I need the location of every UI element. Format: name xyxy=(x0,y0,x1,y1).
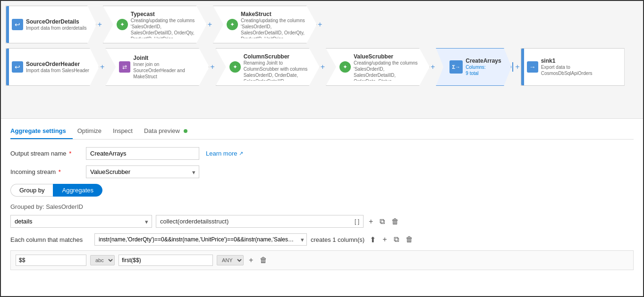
node-desc: Import data from orderdetails xyxy=(26,25,86,31)
agg-expr-text: collect(orderdetailsstruct) xyxy=(160,218,352,225)
node-columnscrubber[interactable]: ✦ ColumnScrubber Renaming JoinIt to Colu… xyxy=(216,48,320,86)
col-type-select[interactable]: abc xyxy=(90,255,115,265)
agg-delete-btn[interactable]: 🗑 xyxy=(390,216,400,227)
add-node-btn-8[interactable]: + xyxy=(515,63,519,71)
node-title: CreateArrays xyxy=(466,58,501,64)
pattern-label: Each column that matches xyxy=(10,236,91,243)
join-icon: ⇄ xyxy=(119,61,130,73)
agg-expr-field[interactable]: collect(orderdetailsstruct) [ ] xyxy=(156,215,364,228)
node-desc: Creating/updating the columns 'SalesOrde… xyxy=(354,60,420,81)
incoming-stream-label: Incoming stream * xyxy=(10,168,86,175)
node-joinit[interactable]: ⇄ JoinIt Inner join on SourceOrderHeader… xyxy=(105,48,209,86)
add-node-btn-1[interactable]: + xyxy=(97,20,102,29)
aggregate-icon: Σ→ xyxy=(449,60,463,74)
pattern-add-btn[interactable]: + xyxy=(381,234,388,245)
col-delete-btn[interactable]: 🗑 xyxy=(258,255,269,266)
settings-panel: Aggregate settings Optimize Inspect Data… xyxy=(1,119,643,297)
add-node-btn-2[interactable]: + xyxy=(208,20,212,29)
node-desc: Columns: 9 total xyxy=(466,64,501,76)
node-title: SourceOrderDetails xyxy=(26,18,86,25)
source-header-icon: ↩ xyxy=(12,61,23,73)
grouped-by-label: Grouped by: SalesOrderID xyxy=(10,203,634,210)
node-sourceorderheader[interactable]: ↩ SourceOrderHeader Import data from Sal… xyxy=(6,48,99,86)
valuescrubber-icon: ✦ xyxy=(339,61,351,73)
node-createarrays[interactable]: Σ→ CreateArrays Columns: 9 total xyxy=(436,48,511,86)
node-typecast[interactable]: ✦ Typecast Creating/updating the columns… xyxy=(103,6,207,43)
node-sourceorderdetails[interactable]: ↩ SourceOrderDetails Import data from or… xyxy=(6,6,96,43)
creates-label: creates 1 column(s) xyxy=(311,236,364,243)
aggregates-toggle[interactable]: Aggregates xyxy=(53,184,102,197)
agg-col-select-wrapper: details xyxy=(10,215,152,228)
node-desc: Import data from SalesHeader xyxy=(26,67,89,74)
agg-row-1: details collect(orderdetailsstruct) [ ] … xyxy=(10,215,634,228)
node-desc: Inner join on SourceOrderHeader and Make… xyxy=(133,61,199,80)
output-stream-row: Output stream name * Learn more ↗ xyxy=(10,147,634,160)
node-sink1[interactable]: → sink1 Export data to CosmosDbSqlApiOrd… xyxy=(521,48,625,86)
node-desc: Creating/updating the columns 'SalesOrde… xyxy=(131,17,197,38)
add-node-btn-5[interactable]: + xyxy=(210,63,214,71)
toggle-group: Group by Aggregates xyxy=(10,184,634,197)
node-desc: Export data to CosmosDbSqlApiOrders xyxy=(541,64,615,76)
sink-icon: → xyxy=(527,61,538,73)
node-title: ColumnScrubber xyxy=(244,53,310,60)
pattern-delete-btn[interactable]: 🗑 xyxy=(404,234,415,245)
tab-aggregate-settings[interactable]: Aggregate settings xyxy=(10,124,73,139)
node-makestruct[interactable]: ✦ MakeStruct Creating/updating the colum… xyxy=(213,6,317,43)
output-stream-input[interactable] xyxy=(86,147,199,160)
source-icon: ↩ xyxy=(12,19,23,30)
node-title: MakeStruct xyxy=(241,11,307,17)
pipeline-row-2: ↩ SourceOrderHeader Import data from Sal… xyxy=(6,48,638,86)
node-title: JoinIt xyxy=(133,55,199,61)
pattern-row: Each column that matches instr(name,'Ord… xyxy=(10,233,634,246)
output-stream-label: Output stream name * xyxy=(10,150,86,157)
pipeline-row-1: ↩ SourceOrderDetails Import data from or… xyxy=(6,6,638,43)
tab-inspect[interactable]: Inspect xyxy=(113,124,139,139)
incoming-stream-select[interactable]: ValueScrubber xyxy=(86,165,199,178)
tab-data-preview[interactable]: Data preview xyxy=(144,124,194,139)
incoming-stream-row: Incoming stream * ValueScrubber xyxy=(10,165,634,178)
settings-tabs: Aggregate settings Optimize Inspect Data… xyxy=(10,124,634,140)
col-add-btn[interactable]: + xyxy=(247,255,254,266)
bracket-icon: [ ] xyxy=(355,218,359,225)
node-title: ValueScrubber xyxy=(354,53,420,60)
external-link-icon: ↗ xyxy=(239,150,243,157)
add-node-btn-4[interactable]: + xyxy=(100,63,104,71)
makestruct-icon: ✦ xyxy=(227,19,238,30)
typecast-icon: ✦ xyxy=(117,19,128,30)
node-desc: Creating/updating the columns 'SalesOrde… xyxy=(241,17,307,38)
col-any-select[interactable]: ANY xyxy=(217,255,244,265)
incoming-stream-select-wrapper: ValueScrubber xyxy=(86,165,199,178)
group-by-toggle[interactable]: Group by xyxy=(10,184,53,197)
col-name-input[interactable] xyxy=(16,255,86,266)
node-valuescrubber[interactable]: ✦ ValueScrubber Creating/updating the co… xyxy=(326,48,430,86)
col-expr-input[interactable] xyxy=(119,255,213,266)
node-title: Typecast xyxy=(131,11,197,17)
pattern-collapse-btn[interactable]: ⬆ xyxy=(368,234,377,246)
learn-more-link[interactable]: Learn more ↗ xyxy=(206,150,243,157)
pattern-copy-btn[interactable]: ⧉ xyxy=(392,234,400,245)
add-node-btn-7[interactable]: + xyxy=(431,63,435,71)
tab-optimize[interactable]: Optimize xyxy=(77,124,108,139)
agg-col-select[interactable]: details xyxy=(10,215,152,228)
node-desc: Renaming JoinIt to ColumnScrubber with c… xyxy=(244,60,310,81)
pipeline-canvas: ↩ SourceOrderDetails Import data from or… xyxy=(1,1,643,119)
add-node-btn-3[interactable]: + xyxy=(318,20,322,29)
columnscrubber-icon: ✦ xyxy=(229,61,241,73)
node-title: sink1 xyxy=(541,58,615,64)
agg-copy-btn[interactable]: ⧉ xyxy=(378,216,386,227)
node-title: SourceOrderHeader xyxy=(26,61,89,67)
add-node-btn-6[interactable]: + xyxy=(321,63,325,71)
col-map-row: abc ANY + 🗑 xyxy=(10,250,634,270)
data-preview-dot xyxy=(184,129,187,133)
agg-add-btn[interactable]: + xyxy=(367,216,374,227)
pattern-input[interactable]: instr(name,'OrderQty')==0&&instr(name,'U… xyxy=(94,233,307,246)
